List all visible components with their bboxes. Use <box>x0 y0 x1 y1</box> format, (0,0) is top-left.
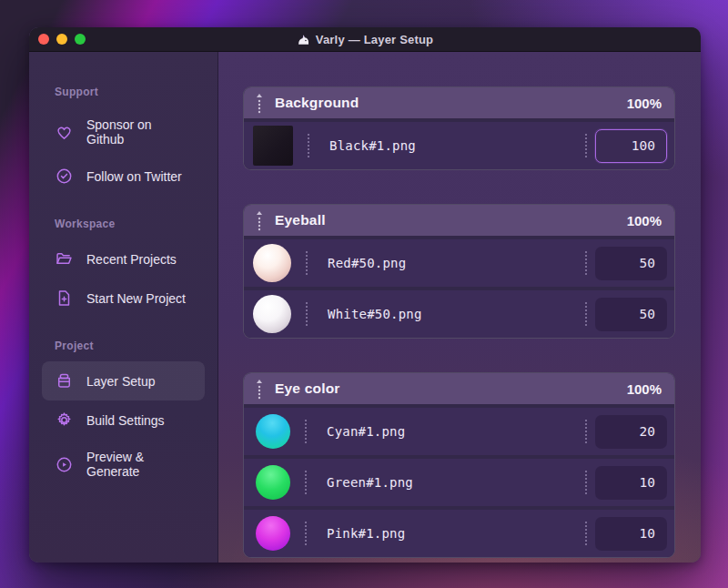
layer-weight-input[interactable] <box>595 466 667 500</box>
group-weight: 100% <box>627 96 662 111</box>
sidebar-item-layer-setup[interactable]: Layer Setup <box>42 361 205 400</box>
sidebar-item-label: Follow on Twitter <box>86 169 182 184</box>
sidebar-section-label-support: Support <box>55 86 205 98</box>
group-header: Background 100% <box>244 87 674 118</box>
layer-thumbnail-black <box>253 126 293 166</box>
sidebar-item-label: Recent Projects <box>86 252 177 267</box>
drag-handle-icon[interactable] <box>255 379 264 400</box>
close-button[interactable] <box>38 34 49 45</box>
window-title: Varly — Layer Setup <box>316 33 434 46</box>
heart-icon <box>55 123 74 142</box>
sidebar-item-label: Layer Setup <box>86 374 156 389</box>
layer-filename: Green#1.png <box>327 475 585 490</box>
verified-badge-icon <box>55 167 74 186</box>
sidebar-item-label: Start New Project <box>86 291 186 306</box>
file-plus-icon <box>55 289 74 308</box>
layer-row: Black#1.png <box>244 122 674 169</box>
dotted-divider <box>306 302 308 326</box>
sidebar-section-label-project: Project <box>55 340 205 352</box>
sidebar-item-start-new-project[interactable]: Start New Project <box>42 279 205 318</box>
layer-thumbnail-pink <box>256 516 290 551</box>
layer-row: Green#1.png <box>244 459 674 506</box>
sidebar-item-label: Preview & Generate <box>86 450 192 479</box>
layer-group-background: Background 100% Black#1.png <box>243 86 675 170</box>
minimize-button[interactable] <box>56 34 67 45</box>
layer-weight-input[interactable] <box>595 298 667 331</box>
sidebar-item-label: Sponsor on Github <box>86 117 192 147</box>
titlebar: Varly — Layer Setup <box>29 27 701 52</box>
dotted-divider <box>585 302 587 326</box>
sidebar-item-preview-generate[interactable]: Preview & Generate <box>42 440 205 489</box>
layer-filename: White#50.png <box>328 307 585 321</box>
layer-weight-input[interactable] <box>595 247 667 280</box>
sidebar-item-sponsor-github[interactable]: Sponsor on Github <box>42 107 205 157</box>
layer-weight-input[interactable] <box>595 129 667 163</box>
dotted-divider <box>308 134 309 157</box>
layer-weight-input[interactable] <box>595 415 667 449</box>
gear-icon <box>55 411 74 430</box>
drag-handle-icon[interactable] <box>255 210 264 231</box>
layer-thumbnail-cyan <box>256 414 290 449</box>
group-title: Eye color <box>275 380 340 397</box>
layer-row: Pink#1.png <box>244 510 674 557</box>
layer-thumbnail-red <box>253 244 291 282</box>
dotted-divider <box>585 471 587 494</box>
unicorn-app-icon <box>297 33 310 46</box>
layer-filename: Black#1.png <box>329 138 585 153</box>
group-title: Background <box>275 95 359 111</box>
play-circle-icon <box>55 455 74 474</box>
layer-filename: Cyan#1.png <box>327 424 585 439</box>
zoom-button[interactable] <box>75 34 86 45</box>
traffic-lights <box>38 27 86 51</box>
dotted-divider <box>585 251 587 275</box>
dotted-divider <box>585 420 587 443</box>
layer-thumbnail-green <box>256 465 290 500</box>
folder-open-icon <box>55 249 74 269</box>
layer-weight-input[interactable] <box>595 517 667 551</box>
group-header: Eyeball 100% <box>244 205 674 236</box>
layer-filename: Pink#1.png <box>327 526 585 541</box>
sidebar-section-label-workspace: Workspace <box>55 218 205 230</box>
dotted-divider <box>305 420 307 443</box>
layer-group-eyeball: Eyeball 100% Red#50.png White#50.png <box>243 204 675 339</box>
sidebar-item-build-settings[interactable]: Build Settings <box>42 400 205 440</box>
layer-thumbnail-white <box>253 295 291 333</box>
app-window: Varly — Layer Setup Support Sponsor on G… <box>29 27 701 563</box>
group-weight: 100% <box>627 213 662 228</box>
dotted-divider <box>585 522 587 545</box>
group-header: Eye color 100% <box>244 373 674 404</box>
drag-handle-icon[interactable] <box>255 93 264 114</box>
sidebar-item-follow-twitter[interactable]: Follow on Twitter <box>42 157 205 196</box>
dotted-divider <box>585 134 587 157</box>
dotted-divider <box>305 522 307 545</box>
group-title: Eyeball <box>275 212 326 228</box>
layer-filename: Red#50.png <box>328 256 585 270</box>
sidebar-item-recent-projects[interactable]: Recent Projects <box>42 239 205 279</box>
layer-row: Cyan#1.png <box>244 408 674 455</box>
layer-setup-panel: Background 100% Black#1.png <box>218 52 701 563</box>
dotted-divider <box>306 251 308 275</box>
layer-row: White#50.png <box>244 290 674 338</box>
sidebar-item-label: Build Settings <box>86 413 165 428</box>
layer-group-eye-color: Eye color 100% Cyan#1.png Green#1.png <box>243 372 675 558</box>
archive-box-icon <box>55 371 74 390</box>
group-weight: 100% <box>627 381 662 397</box>
layer-row: Red#50.png <box>244 239 674 287</box>
sidebar: Support Sponsor on Github Follow on Twit… <box>29 52 218 563</box>
dotted-divider <box>305 471 307 494</box>
